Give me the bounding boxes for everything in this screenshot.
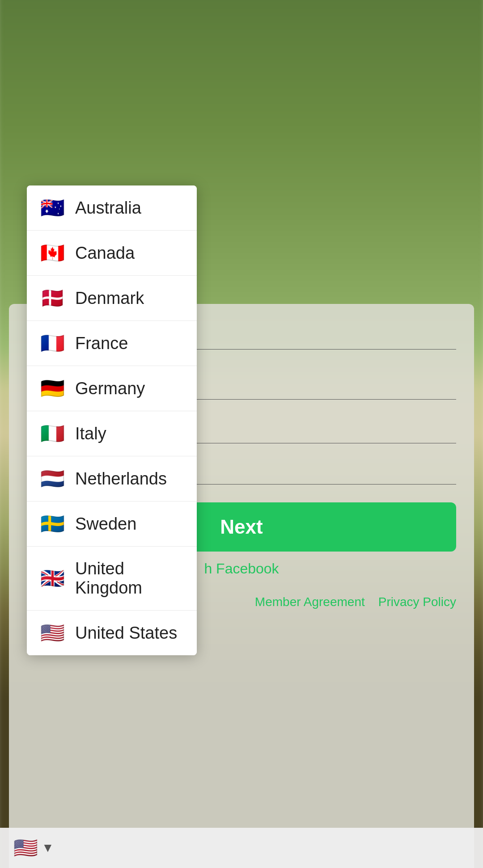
flag-germany: 🇩🇪 [40,379,65,398]
country-item-sweden[interactable]: 🇸🇪Sweden [27,501,197,547]
flag-netherlands: 🇳🇱 [40,469,65,489]
country-item-united-states[interactable]: 🇺🇸United States [27,611,197,655]
country-name-australia: Australia [75,198,141,218]
country-item-united-kingdom[interactable]: 🇬🇧United Kingdom [27,547,197,611]
member-agreement-link[interactable]: Member Agreement [255,595,365,609]
country-item-netherlands[interactable]: 🇳🇱Netherlands [27,456,197,501]
country-item-denmark[interactable]: 🇩🇰Denmark [27,276,197,321]
chevron-down-icon[interactable]: ▼ [42,841,54,855]
flag-australia: 🇦🇺 [40,198,65,218]
country-name-united-states: United States [75,624,177,643]
flag-united-kingdom: 🇬🇧 [40,569,65,588]
country-name-germany: Germany [75,379,145,398]
country-item-france[interactable]: 🇫🇷France [27,321,197,366]
flag-denmark: 🇩🇰 [40,288,65,308]
country-item-australia[interactable]: 🇦🇺Australia [27,185,197,231]
country-dropdown: 🇦🇺Australia🇨🇦Canada🇩🇰Denmark🇫🇷France🇩🇪Ge… [27,185,197,655]
country-name-france: France [75,334,128,353]
privacy-policy-link[interactable]: Privacy Policy [378,595,456,609]
flag-canada: 🇨🇦 [40,243,65,263]
flag-sweden: 🇸🇪 [40,514,65,534]
country-name-netherlands: Netherlands [75,469,167,489]
selected-country-flag: 🇺🇸 [13,836,38,860]
country-name-sweden: Sweden [75,514,136,534]
flag-france: 🇫🇷 [40,333,65,353]
flag-italy: 🇮🇹 [40,424,65,443]
country-item-canada[interactable]: 🇨🇦Canada [27,231,197,276]
bottom-bar: 🇺🇸 ▼ [0,828,483,868]
country-name-canada: Canada [75,244,135,263]
country-name-italy: Italy [75,424,106,443]
country-name-united-kingdom: United Kingdom [75,559,183,598]
flag-united-states: 🇺🇸 [40,623,65,643]
country-item-italy[interactable]: 🇮🇹Italy [27,411,197,456]
country-item-germany[interactable]: 🇩🇪Germany [27,366,197,411]
country-name-denmark: Denmark [75,289,144,308]
